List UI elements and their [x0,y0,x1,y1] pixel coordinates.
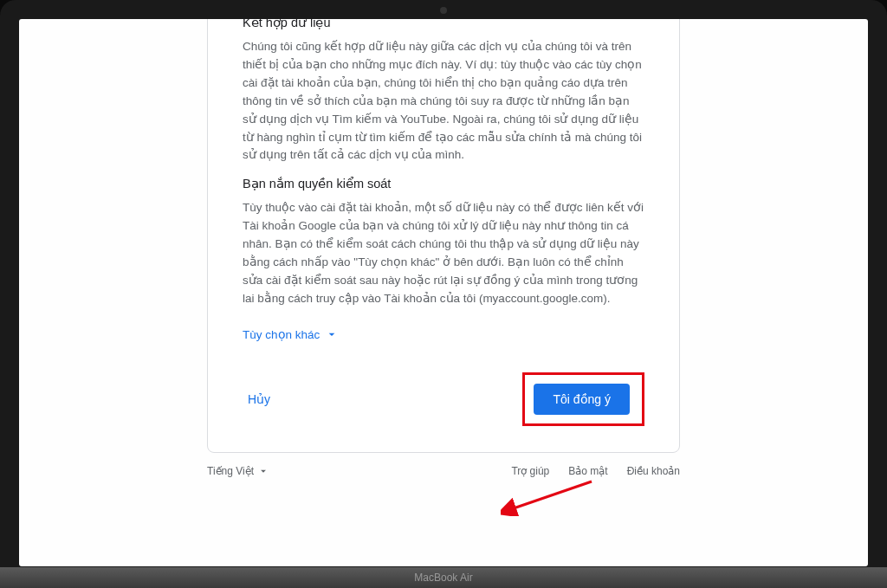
caret-down-icon [257,465,269,477]
annotation-highlight-box: Tôi đồng ý [522,372,644,426]
heading-combine-data: Kết hợp dữ liệu [243,19,644,29]
heading-you-control: Bạn nắm quyền kiểm soát [243,177,644,191]
language-label: Tiếng Việt [207,465,254,477]
footer-links: Trợ giúp Bảo mật Điều khoản [511,465,680,477]
privacy-link[interactable]: Bảo mật [568,465,607,477]
agree-button[interactable]: Tôi đồng ý [534,384,630,415]
help-link[interactable]: Trợ giúp [511,465,549,477]
terms-link[interactable]: Điều khoản [627,465,680,477]
consent-card: lường cụ thể này. Kết hợp dữ liệu Chúng … [207,19,680,453]
laptop-frame: lường cụ thể này. Kết hợp dữ liệu Chúng … [0,0,887,588]
chevron-down-icon [325,327,339,341]
camera-icon [440,7,447,14]
more-options-label: Tùy chọn khác [243,327,320,341]
laptop-base-label: MacBook Air [0,567,887,588]
cancel-button[interactable]: Hủy [243,384,275,415]
language-selector[interactable]: Tiếng Việt [207,465,269,477]
paragraph-you-control: Tùy thuộc vào cài đặt tài khoản, một số … [243,199,644,308]
paragraph-combine-data: Chúng tôi cũng kết hợp dữ liệu này giữa … [243,38,644,165]
content-wrapper: lường cụ thể này. Kết hợp dữ liệu Chúng … [19,19,868,566]
screen: lường cụ thể này. Kết hợp dữ liệu Chúng … [19,19,868,566]
more-options-toggle[interactable]: Tùy chọn khác [243,327,339,341]
button-row: Hủy Tôi đồng ý [243,372,644,426]
footer: Tiếng Việt Trợ giúp Bảo mật Điều khoản [207,465,680,477]
